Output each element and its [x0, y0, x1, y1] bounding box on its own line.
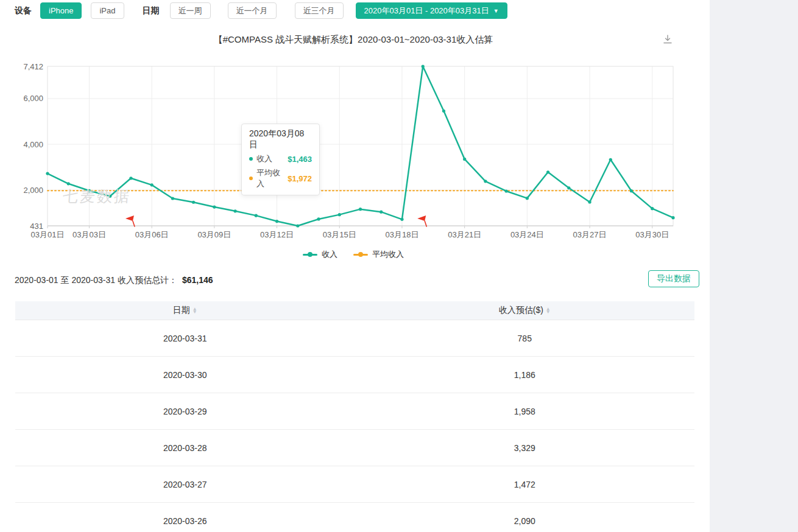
date-range-value: 2020年03月01日 - 2020年03月31日 — [364, 5, 489, 16]
cell-revenue: 1,186 — [355, 370, 695, 380]
table-row: 2020-03-301,186 — [15, 357, 694, 393]
data-point — [129, 177, 132, 180]
range-button-last-3-months[interactable]: 近三个月 — [295, 2, 344, 19]
caret-down-icon: ▼ — [493, 8, 499, 14]
plot-border — [48, 66, 673, 226]
revenue-table: 日期 ▲▼ 收入预估($) ▲▼ 2020-03-317852020-03-30… — [15, 301, 694, 532]
sort-icon[interactable]: ▲▼ — [546, 307, 551, 313]
chart-legend: 收入平均收入 — [0, 249, 707, 260]
cell-date: 2020-03-26 — [15, 516, 355, 526]
data-point — [46, 172, 49, 175]
cell-date: 2020-03-28 — [15, 443, 355, 453]
x-axis-tick-label: 03月09日 — [197, 230, 231, 239]
data-point — [463, 158, 466, 161]
cell-revenue: 3,329 — [355, 443, 695, 453]
data-point — [526, 197, 529, 200]
device-label: 设备 — [15, 5, 32, 16]
data-point — [255, 214, 258, 217]
revenue-chart[interactable]: 4312,0004,0006,0007,41203月01日03月03日03月06… — [0, 58, 707, 243]
cell-revenue: 785 — [355, 334, 695, 343]
column-header-date-label: 日期 — [173, 305, 190, 316]
data-point — [108, 195, 111, 198]
series-dot-icon — [249, 177, 253, 180]
revenue-line — [48, 66, 673, 226]
table-header: 日期 ▲▼ 收入预估($) ▲▼ — [15, 301, 694, 320]
series-dot-icon — [249, 157, 253, 161]
cell-revenue: 1,472 — [355, 480, 695, 489]
x-axis-tick-label: 03月27日 — [573, 230, 607, 239]
summary-prefix: 2020-03-01 至 2020-03-31 收入预估总计： — [15, 275, 177, 285]
data-point — [380, 211, 383, 214]
range-button-last-week[interactable]: 近一周 — [170, 2, 211, 19]
summary-text: 2020-03-01 至 2020-03-31 收入预估总计：$61,146 — [15, 275, 213, 286]
data-point — [67, 182, 70, 185]
cell-date: 2020-03-31 — [15, 334, 355, 343]
data-point — [505, 189, 508, 192]
x-axis-tick-label: 03月18日 — [386, 230, 419, 239]
cell-date: 2020-03-27 — [15, 480, 355, 489]
y-axis-tick-label: 431 — [30, 222, 43, 231]
date-label: 日期 — [143, 5, 160, 16]
x-axis-tick-label: 03月06日 — [135, 230, 169, 239]
data-point — [317, 217, 320, 220]
data-point — [400, 218, 403, 221]
export-data-button[interactable]: 导出数据 — [648, 270, 699, 287]
device-button-iphone[interactable]: iPhone — [40, 2, 82, 19]
data-point — [275, 220, 278, 223]
chart-tooltip: 2020年03月08日 收入$1,463平均收入$1,972 — [241, 124, 320, 195]
tooltip-row: 平均收入$1,972 — [249, 167, 312, 189]
data-point — [651, 207, 654, 210]
column-header-revenue-label: 收入预估($) — [499, 305, 543, 316]
data-point — [588, 200, 591, 203]
date-range-picker[interactable]: 2020年03月01日 - 2020年03月31日 ▼ — [356, 2, 507, 19]
data-point — [171, 197, 174, 200]
range-button-last-month[interactable]: 近一个月 — [228, 2, 277, 19]
x-axis-tick-label: 03月03日 — [72, 230, 106, 239]
data-point — [359, 208, 362, 211]
data-point — [422, 65, 425, 68]
legend-label: 收入 — [322, 249, 337, 260]
analytics-page: 设备 iPhone iPad 日期 近一周 近一个月 近三个月 2020年03月… — [0, 0, 798, 532]
cell-date: 2020-03-29 — [15, 407, 355, 416]
tooltip-series-value: $1,463 — [288, 155, 312, 164]
y-axis-tick-label: 2,000 — [23, 186, 43, 195]
device-button-ipad[interactable]: iPad — [91, 2, 124, 19]
x-axis-tick-label: 03月12日 — [260, 230, 294, 239]
x-axis-tick-label: 03月15日 — [323, 230, 356, 239]
y-axis-tick-label: 6,000 — [23, 94, 43, 103]
column-header-revenue: 收入预估($) ▲▼ — [355, 305, 695, 316]
x-axis-tick-label: 03月30日 — [635, 230, 669, 239]
data-point — [296, 224, 299, 227]
table-row: 2020-03-31785 — [15, 320, 694, 357]
toolbar: 设备 iPhone iPad 日期 近一周 近一个月 近三个月 2020年03月… — [15, 2, 507, 19]
table-row: 2020-03-283,329 — [15, 430, 694, 466]
table-row: 2020-03-291,958 — [15, 393, 694, 430]
event-flag-icon — [417, 215, 426, 221]
tooltip-series-value: $1,972 — [288, 174, 312, 183]
data-point — [192, 201, 195, 204]
right-gutter — [710, 0, 798, 532]
legend-item[interactable]: 收入 — [303, 249, 337, 260]
x-axis-tick-label: 03月01日 — [31, 230, 65, 239]
tooltip-row: 收入$1,463 — [249, 153, 312, 164]
legend-line-dot-icon — [303, 252, 317, 257]
tooltip-series-label: 收入 — [256, 153, 272, 164]
data-point — [234, 209, 237, 212]
tooltip-series-label: 平均收入 — [256, 167, 288, 189]
cell-date: 2020-03-30 — [15, 370, 355, 380]
data-point — [442, 110, 445, 113]
data-point — [338, 213, 341, 216]
table-body: 2020-03-317852020-03-301,1862020-03-291,… — [15, 320, 694, 532]
data-point — [609, 158, 612, 161]
x-axis-tick-label: 03月21日 — [448, 230, 481, 239]
cell-revenue: 1,958 — [355, 407, 695, 416]
chart-title-row: 【#COMPASS 战斗天赋解析系统】2020-03-01~2020-03-31… — [0, 34, 707, 46]
download-icon[interactable] — [662, 33, 674, 46]
legend-item[interactable]: 平均收入 — [353, 249, 404, 260]
data-point — [567, 186, 570, 189]
column-header-date: 日期 ▲▼ — [15, 305, 355, 316]
data-point — [630, 189, 633, 192]
data-point — [484, 180, 487, 183]
data-point — [213, 205, 216, 208]
sort-icon[interactable]: ▲▼ — [192, 307, 197, 313]
